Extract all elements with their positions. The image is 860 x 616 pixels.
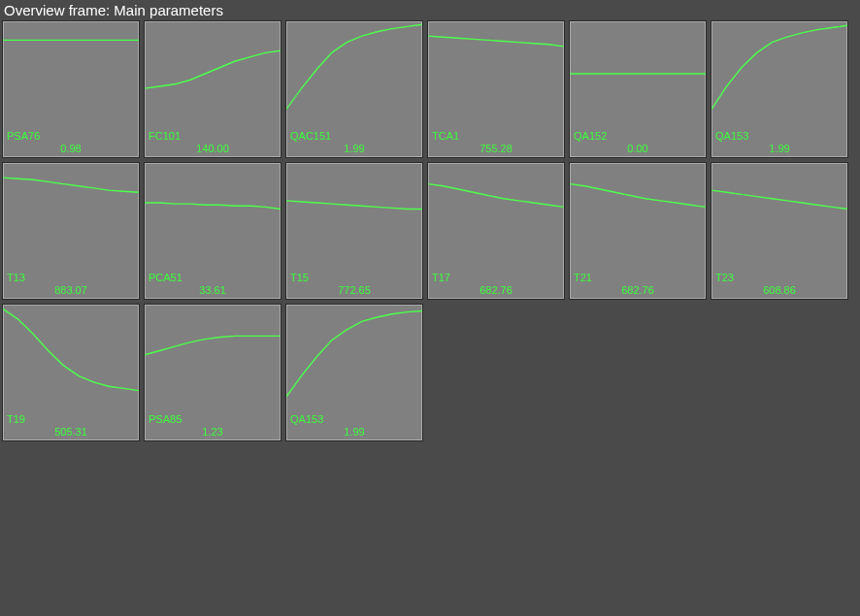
param-cell-psa76[interactable]: PSA760.98 xyxy=(2,20,140,158)
param-cell-psa85[interactable]: PSA851.23 xyxy=(144,304,281,441)
param-tag: TCA1 xyxy=(432,130,560,142)
param-value: 682.76 xyxy=(574,283,702,297)
param-value: 0.98 xyxy=(7,142,135,155)
param-tag: QAC151 xyxy=(290,130,418,142)
cell-footer: QA1531.99 xyxy=(711,126,847,157)
param-tag: PCA51 xyxy=(149,272,277,283)
cell-footer: T23608.86 xyxy=(711,268,847,299)
cell-footer: QAC1511.99 xyxy=(286,126,422,157)
cell-footer: T13883.07 xyxy=(3,268,139,299)
param-tag: FC101 xyxy=(149,130,277,142)
param-cell-qac151[interactable]: QAC1511.99 xyxy=(285,20,423,158)
param-tag: T17 xyxy=(432,272,560,283)
cell-footer: T21682.76 xyxy=(570,268,706,299)
param-value: 772.65 xyxy=(290,283,418,297)
param-value: 505.31 xyxy=(7,425,135,438)
mini-chart xyxy=(428,163,564,268)
param-cell-t21[interactable]: T21682.76 xyxy=(569,162,707,300)
param-value: 608.86 xyxy=(715,283,843,297)
cell-footer: QA1520.00 xyxy=(570,126,706,157)
mini-chart xyxy=(3,21,139,126)
parameter-grid: PSA760.98FC101140.00QAC1511.99TCA1755.28… xyxy=(0,20,860,441)
mini-chart xyxy=(711,21,847,126)
mini-chart xyxy=(286,21,422,126)
param-tag: PSA85 xyxy=(149,413,277,425)
mini-chart xyxy=(3,163,139,268)
cell-footer: PCA5133.61 xyxy=(145,268,281,299)
cell-footer: T15772.65 xyxy=(286,268,422,299)
param-cell-qa152[interactable]: QA1520.00 xyxy=(569,20,707,158)
param-cell-t13[interactable]: T13883.07 xyxy=(2,162,140,300)
mini-chart xyxy=(570,21,706,126)
param-cell-qa153[interactable]: QA1531.99 xyxy=(285,304,423,441)
param-value: 1.23 xyxy=(149,425,277,438)
cell-footer: PSA760.98 xyxy=(3,126,139,157)
param-value: 1.99 xyxy=(715,142,843,155)
cell-footer: PSA851.23 xyxy=(145,409,281,440)
param-tag: QA152 xyxy=(574,130,702,142)
param-value: 755.28 xyxy=(432,142,560,155)
param-cell-t17[interactable]: T17682.76 xyxy=(427,162,565,300)
mini-chart xyxy=(711,163,847,268)
param-tag: T13 xyxy=(7,272,135,283)
cell-footer: FC101140.00 xyxy=(145,126,281,157)
param-tag: QA153 xyxy=(715,130,843,142)
mini-chart xyxy=(145,163,281,268)
param-value: 1.99 xyxy=(290,142,418,155)
cell-footer: T17682.76 xyxy=(428,268,564,299)
param-tag: T15 xyxy=(290,272,418,283)
cell-footer: QA1531.99 xyxy=(286,409,422,440)
param-tag: T19 xyxy=(7,413,135,425)
param-value: 883.07 xyxy=(7,283,135,297)
param-cell-t23[interactable]: T23608.86 xyxy=(711,162,848,300)
param-value: 0.00 xyxy=(574,142,702,155)
param-value: 682.76 xyxy=(432,283,560,297)
param-cell-t15[interactable]: T15772.65 xyxy=(285,162,423,300)
mini-chart xyxy=(286,163,422,268)
mini-chart xyxy=(570,163,706,268)
mini-chart xyxy=(428,21,564,126)
param-cell-t19[interactable]: T19505.31 xyxy=(2,304,140,441)
param-cell-qa153[interactable]: QA1531.99 xyxy=(711,20,848,158)
param-tag: QA153 xyxy=(290,413,418,425)
frame-title: Overview frame: Main parameters xyxy=(0,0,860,20)
param-tag: PSA76 xyxy=(7,130,135,142)
param-value: 1.99 xyxy=(290,425,418,438)
param-cell-fc101[interactable]: FC101140.00 xyxy=(144,20,281,158)
cell-footer: T19505.31 xyxy=(3,409,139,440)
mini-chart xyxy=(145,305,281,409)
param-tag: T23 xyxy=(715,272,843,283)
mini-chart xyxy=(3,305,139,409)
param-tag: T21 xyxy=(574,272,702,283)
cell-footer: TCA1755.28 xyxy=(428,126,564,157)
param-value: 33.61 xyxy=(149,283,277,297)
mini-chart xyxy=(145,21,281,126)
mini-chart xyxy=(286,305,422,409)
param-value: 140.00 xyxy=(149,142,277,155)
param-cell-tca1[interactable]: TCA1755.28 xyxy=(427,20,565,158)
overview-frame: Overview frame: Main parameters PSA760.9… xyxy=(0,0,860,616)
param-cell-pca51[interactable]: PCA5133.61 xyxy=(144,162,281,300)
